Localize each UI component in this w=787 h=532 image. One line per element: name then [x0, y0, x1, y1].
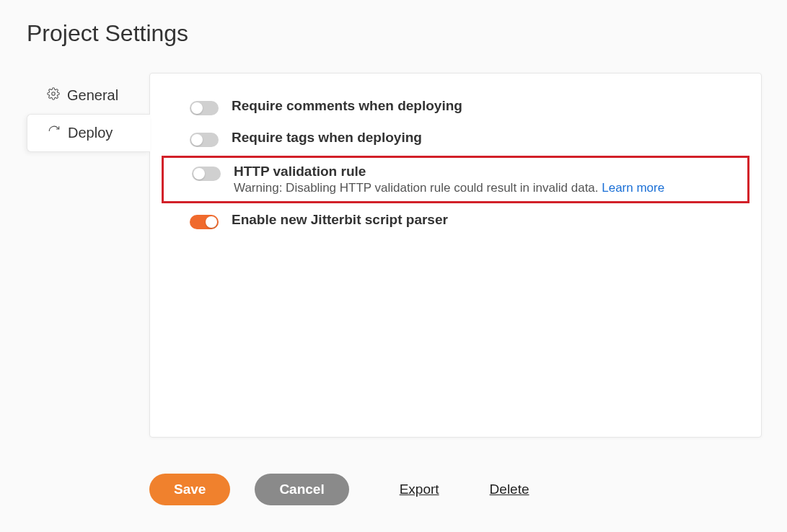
delete-link[interactable]: Delete: [490, 482, 529, 497]
svg-point-0: [52, 92, 56, 96]
setting-jitterbit-parser: Enable new Jitterbit script parser: [157, 205, 754, 236]
toggle-jitterbit-parser[interactable]: [190, 215, 219, 229]
gear-icon: [47, 87, 60, 104]
setting-require-tags: Require tags when deploying: [157, 123, 754, 154]
cancel-button[interactable]: Cancel: [255, 474, 348, 505]
setting-description: Warning: Disabling HTTP validation rule …: [234, 181, 719, 195]
learn-more-link[interactable]: Learn more: [602, 181, 664, 195]
setting-require-comments: Require comments when deploying: [157, 91, 754, 123]
toggle-http-validation[interactable]: [192, 167, 221, 181]
settings-panel: Require comments when deploying Require …: [149, 73, 762, 438]
setting-label: Require tags when deploying: [232, 130, 721, 146]
settings-sidebar: General Deploy: [0, 73, 149, 438]
toggle-require-tags[interactable]: [190, 133, 219, 147]
setting-label: HTTP validation rule: [234, 164, 719, 179]
setting-http-validation: HTTP validation rule Warning: Disabling …: [162, 156, 749, 203]
footer-actions: Save Cancel Export Delete: [149, 474, 787, 505]
refresh-icon: [48, 125, 61, 141]
tab-label: General: [67, 87, 118, 104]
setting-label: Require comments when deploying: [232, 98, 721, 114]
page-title: Project Settings: [0, 0, 787, 47]
toggle-require-comments[interactable]: [190, 101, 219, 115]
tab-general[interactable]: General: [27, 77, 149, 114]
save-button[interactable]: Save: [149, 474, 230, 505]
setting-label: Enable new Jitterbit script parser: [232, 212, 721, 228]
export-link[interactable]: Export: [400, 482, 439, 497]
tab-deploy[interactable]: Deploy: [27, 114, 150, 152]
tab-label: Deploy: [68, 125, 113, 141]
